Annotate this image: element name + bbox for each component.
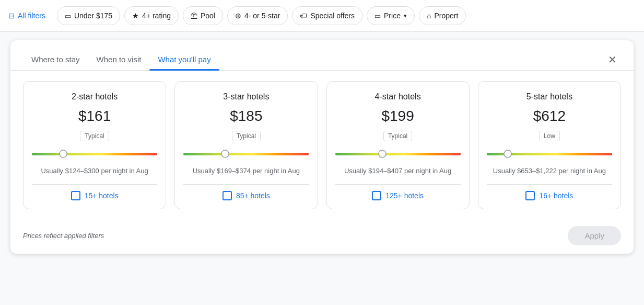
hotel-card-5star-label: Low (539, 131, 560, 141)
range-track-2star (32, 148, 157, 160)
tab-when-to-visit[interactable]: When to visit (88, 49, 150, 70)
hotel-card-4star-title: 4-star hotels (375, 92, 421, 101)
chip-star45-icon: ⊕ (235, 12, 241, 20)
svg-rect-2 (183, 153, 309, 155)
hotel-card-5star-checkbox-row[interactable]: 16+ hotels (487, 184, 612, 200)
range-track-3star (183, 148, 309, 160)
chip-price-chevron: ▾ (404, 13, 407, 19)
chip-price[interactable]: ▭ Price ▾ (367, 6, 415, 25)
hotel-card-4star-range (335, 148, 461, 160)
svg-rect-4 (335, 153, 461, 155)
hotel-card-4star-label: Typical (383, 131, 412, 141)
chip-rating[interactable]: ★ 4+ rating (124, 6, 179, 25)
hotel-card-3star-price: $185 (230, 108, 262, 125)
chip-pool-label: Pool (201, 12, 215, 20)
tab-where-to-stay[interactable]: Where to stay (23, 49, 88, 70)
svg-point-1 (60, 150, 67, 157)
hotel-card-3star-checkbox[interactable] (223, 191, 232, 200)
hotel-card-3star-label: Typical (232, 131, 261, 141)
hotel-card-4star-description: Usually $194–$407 per night in Aug (344, 166, 451, 176)
chip-property-icon: ⌂ (427, 12, 431, 20)
hotel-card-4star-checkbox-row[interactable]: 125+ hotels (335, 184, 461, 200)
all-filters-label: All filters (18, 12, 45, 20)
hotel-card-2star-range (32, 148, 157, 160)
hotel-card-5star-checkbox[interactable] (525, 191, 535, 200)
apply-button[interactable]: Apply (568, 226, 621, 245)
chip-rating-icon: ★ (132, 12, 139, 20)
chip-price-icon: ▭ (374, 12, 381, 20)
hotel-card-4star-price: $199 (381, 108, 414, 125)
hotel-card-3star-description: Usually $169–$374 per night in Aug (193, 166, 300, 176)
svg-point-7 (504, 150, 511, 157)
tab-what-youll-pay[interactable]: What you'll pay (149, 49, 219, 70)
range-track-4star (335, 148, 461, 160)
chip-under175-icon: ▭ (65, 12, 71, 20)
hotel-card-3star-title: 3-star hotels (223, 92, 269, 101)
range-track-5star (487, 148, 612, 160)
hotel-card-3star-checkbox-row[interactable]: 85+ hotels (183, 184, 309, 200)
hotel-card-2star-checkbox[interactable] (71, 191, 80, 200)
hotel-card-2star-count: 15+ hotels (85, 191, 119, 200)
hotel-card-3star-count: 85+ hotels (236, 191, 270, 200)
close-button[interactable]: ✕ (604, 49, 621, 70)
svg-point-3 (221, 150, 229, 157)
hotel-card-3star-range (183, 148, 309, 160)
chip-special-offers[interactable]: 🏷 Special offers (292, 6, 362, 25)
filter-bar: ⊟ All filters ▭ Under $175 ★ 4+ rating ⛱… (0, 0, 644, 32)
filters-icon: ⊟ (8, 12, 15, 20)
modal-panel: Where to stay When to visit What you'll … (10, 40, 634, 254)
hotel-card-4star-count: 125+ hotels (385, 191, 424, 200)
svg-rect-0 (32, 153, 157, 155)
hotel-card-2star-title: 2-star hotels (72, 92, 118, 101)
chip-special-offers-label: Special offers (310, 12, 355, 20)
hotel-card-4star-checkbox[interactable] (372, 191, 381, 200)
chip-under175[interactable]: ▭ Under $175 (57, 6, 120, 25)
chip-property[interactable]: ⌂ Propert (419, 6, 466, 25)
hotel-card-5star-description: Usually $653–$1,222 per night in Aug (493, 166, 606, 176)
hotel-card-5star-range (487, 148, 612, 160)
chip-price-label: Price (384, 12, 401, 20)
hotel-card-5star: 5-star hotels $612 Low (478, 81, 621, 209)
chip-rating-label: 4+ rating (142, 12, 171, 20)
chip-property-label: Propert (434, 12, 458, 20)
hotel-card-2star: 2-star hotels $161 Typical (23, 81, 166, 209)
hotel-card-3star: 3-star hotels $185 Typical (174, 81, 318, 209)
tabs-row: Where to stay When to visit What you'll … (10, 40, 634, 71)
chip-star45-label: 4- or 5-star (244, 12, 280, 20)
hotel-card-5star-title: 5-star hotels (526, 92, 572, 101)
hotel-card-2star-label: Typical (80, 131, 109, 141)
hotel-card-2star-checkbox-row[interactable]: 15+ hotels (32, 184, 157, 200)
chip-under175-label: Under $175 (74, 12, 112, 20)
hotel-card-4star: 4-star hotels $199 Typical (326, 81, 470, 209)
bottom-bar: Prices reflect applied filters Apply (10, 220, 634, 254)
hotel-cards-grid: 2-star hotels $161 Typical (10, 71, 634, 220)
hotel-card-2star-price: $161 (78, 108, 111, 125)
all-filters-chip[interactable]: ⊟ All filters (8, 6, 53, 25)
chip-special-offers-icon: 🏷 (300, 12, 307, 20)
hotel-card-5star-price: $612 (533, 108, 566, 125)
svg-point-5 (379, 150, 386, 157)
chip-star45[interactable]: ⊕ 4- or 5-star (227, 6, 288, 25)
price-note: Prices reflect applied filters (23, 232, 104, 240)
hotel-card-2star-description: Usually $124–$300 per night in Aug (41, 166, 148, 176)
main-content: Where to stay When to visit What you'll … (0, 32, 644, 262)
chip-pool[interactable]: ⛱ Pool (183, 6, 223, 25)
chip-pool-icon: ⛱ (191, 12, 197, 20)
hotel-card-5star-count: 16+ hotels (539, 191, 573, 200)
